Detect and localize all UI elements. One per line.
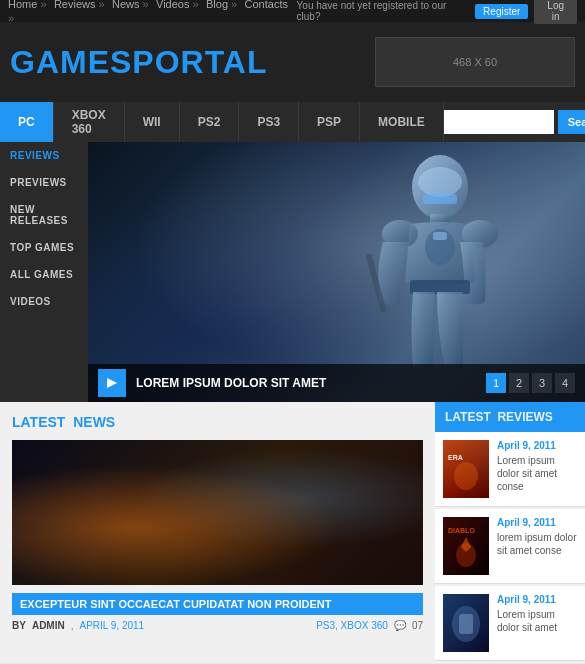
hero-character [345,152,525,372]
hero-image [88,142,585,402]
news-comments-icon: 💬 [394,620,406,631]
review-text-3: Lorem ipsum dolor sit amet [497,608,577,634]
logo: GAMESPORTAL [10,44,268,81]
hero-caption: LOREM IPSUM DOLOR SIT AMET 1 2 3 4 [88,364,585,402]
tab-xbox360[interactable]: XBOX 360 [54,102,125,142]
news-image [12,440,423,585]
review-thumb-1: ERA [443,440,489,498]
svg-rect-5 [433,232,447,240]
news-comment-count: 07 [412,620,423,631]
review-text-2: lorem ipsum dolor sit amet conse [497,531,577,557]
svg-rect-11 [443,440,489,498]
sidebar-item-all-games[interactable]: ALL GAMES [0,261,88,288]
news-date[interactable]: APRIL 9, 2011 [79,620,144,631]
sidebar-item-new-releases[interactable]: NEW RELEASES [0,196,88,234]
sidebar-item-previews[interactable]: PREVIEWS [0,169,88,196]
page-4[interactable]: 4 [555,373,575,393]
review-text-1: Lorem ipsum dolor sit amet conse [497,454,577,493]
review-item-2: DIABLO April 9, 2011 lorem ipsum dolor s… [435,509,585,584]
svg-text:ERA: ERA [448,454,463,461]
reviews-title-plain: LATEST [445,410,491,424]
page-3[interactable]: 3 [532,373,552,393]
content-area: REVIEWS PREVIEWS NEW RELEASES TOP GAMES … [0,142,585,402]
review-item-3: April 9, 2011 Lorem ipsum dolor sit amet [435,586,585,661]
latest-news-title: LATEST NEWS [12,414,423,430]
sidebar-menu: REVIEWS PREVIEWS NEW RELEASES TOP GAMES … [0,142,88,402]
review-date-2[interactable]: April 9, 2011 [497,517,577,528]
ad-banner: 468 X 60 [375,37,575,87]
sidebar-item-videos[interactable]: VIDEOS [0,288,88,315]
svg-rect-2 [423,194,457,204]
nav-news[interactable]: News [112,0,149,10]
reviews-header: LATEST REVIEWS [435,402,585,432]
tab-mobile[interactable]: Mobile [360,102,444,142]
search-input[interactable] [444,110,554,134]
svg-rect-8 [410,280,470,294]
news-image-overlay [12,440,423,585]
news-tags[interactable]: PS3, XBOX 360 [316,620,388,631]
nav-reviews[interactable]: Reviews [54,0,105,10]
logo-sub: PORTAL [132,44,267,80]
sidebar-item-reviews[interactable]: REVIEWS [0,142,88,169]
review-thumb-2: DIABLO [443,517,489,575]
page-2[interactable]: 2 [509,373,529,393]
nav-videos[interactable]: Videos [156,0,199,10]
caption-text: LOREM IPSUM DOLOR SIT AMET [136,376,486,390]
pagination: 1 2 3 4 [486,373,575,393]
review-info-3: April 9, 2011 Lorem ipsum dolor sit amet [497,594,577,652]
logo-main: GAMES [10,44,132,80]
hero-section: LOREM IPSUM DOLOR SIT AMET 1 2 3 4 [88,142,585,402]
news-article-title: EXCEPTEUR SINT OCCAECAT CUPIDATAT NON PR… [12,593,423,615]
svg-rect-22 [459,614,473,634]
svg-rect-12 [443,440,489,498]
top-nav: Home Reviews News Videos Blog Contacts [8,0,297,25]
review-date-3[interactable]: April 9, 2011 [497,594,577,605]
svg-text:DIABLO: DIABLO [448,527,475,534]
nav-blog[interactable]: Blog [206,0,237,10]
main-content: LATEST NEWS EXCEPTEUR SINT OCCAECAT CUPI… [0,402,585,663]
platform-tabs: PC XBOX 360 WII PS2 PS3 PSP Mobile Searc… [0,102,585,142]
search-area: Search [444,110,585,134]
nav-home[interactable]: Home [8,0,47,10]
top-right-area: You have not yet registered to our club?… [297,0,577,24]
reviews-title-colored: REVIEWS [497,410,552,424]
right-content: LATEST REVIEWS ERA April 9, 2011 Lor [435,402,585,663]
news-label: NEWS [73,414,115,430]
tab-wii[interactable]: WII [125,102,180,142]
login-button[interactable]: Log in [534,0,577,24]
top-bar: Home Reviews News Videos Blog Contacts Y… [0,0,585,22]
search-button[interactable]: Search [558,110,585,134]
header: GAMESPORTAL 468 X 60 [0,22,585,102]
review-info-2: April 9, 2011 lorem ipsum dolor sit amet… [497,517,577,575]
review-thumb-3 [443,594,489,652]
register-button[interactable]: Register [475,4,528,19]
tab-ps2[interactable]: PS2 [180,102,240,142]
review-date-1[interactable]: April 9, 2011 [497,440,577,451]
svg-marker-10 [107,378,117,388]
news-author-label: BY [12,620,26,631]
latest-label: LATEST [12,414,65,430]
news-author: ADMIN [32,620,65,631]
svg-point-14 [454,462,478,490]
left-content: LATEST NEWS EXCEPTEUR SINT OCCAECAT CUPI… [0,402,435,663]
review-item-1: ERA April 9, 2011 Lorem ipsum dolor sit … [435,432,585,507]
tab-psp[interactable]: PSP [299,102,360,142]
tab-pc[interactable]: PC [0,102,54,142]
reviews-panel: LATEST REVIEWS ERA April 9, 2011 Lor [435,402,585,661]
page-1[interactable]: 1 [486,373,506,393]
review-info-1: April 9, 2011 Lorem ipsum dolor sit amet… [497,440,577,498]
not-registered-text: You have not yet registered to our club? [297,0,470,22]
sidebar-item-top-games[interactable]: TOP GAMES [0,234,88,261]
tab-ps3[interactable]: PS3 [239,102,299,142]
news-meta: BY ADMIN, APRIL 9, 2011 PS3, XBOX 360 💬 … [12,615,423,636]
caption-arrow-icon [98,369,126,397]
svg-point-1 [418,167,462,197]
